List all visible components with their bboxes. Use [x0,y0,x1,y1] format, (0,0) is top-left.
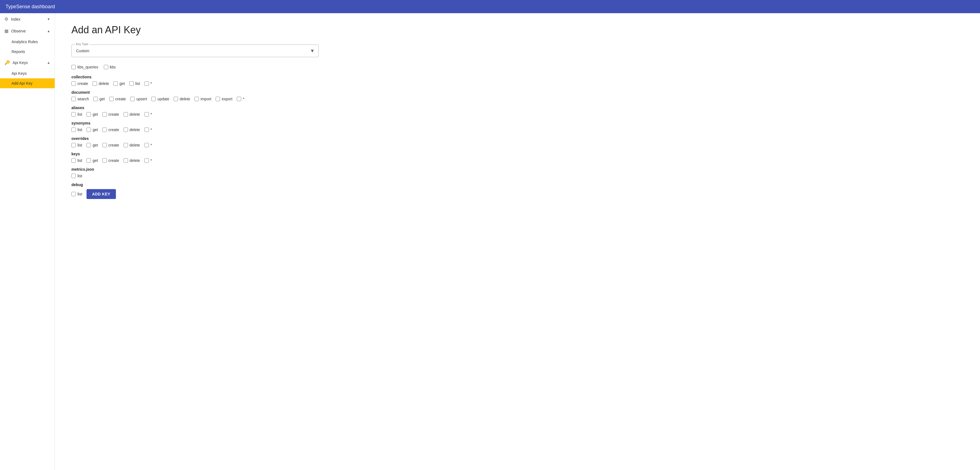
checkbox-synonyms-list[interactable]: list [72,127,82,132]
chevron-up-icon: ▲ [47,29,50,33]
checkbox-kbs-queries[interactable]: kbs_queries [72,65,98,69]
checkbox-keys-get[interactable]: get [86,158,98,163]
app-title: TypeSense dashboard [5,4,55,10]
section-title-aliases: aliases [72,105,318,110]
checkbox-aliases-list[interactable]: list [72,112,82,116]
key-type-field: Key Type Custom Admin Search-only ▼ [72,45,318,57]
checkbox-aliases-create[interactable]: create [102,112,119,116]
checkbox-aliases-wildcard[interactable]: * [145,112,152,116]
section-checkboxes-synonyms: list get create delete * [72,127,318,132]
section-checkboxes-overrides: list get create delete * [72,143,318,147]
main-content: Add an API Key Key Type Custom Admin Sea… [55,13,980,470]
section-checkboxes-document: search get create upsert update delete i… [72,97,318,101]
key-type-label: Key Type [75,42,89,46]
checkbox-keys-wildcard[interactable]: * [145,158,152,163]
sidebar-item-index[interactable]: ⚙ Index ▼ [0,13,55,25]
checkbox-overrides-list[interactable]: list [72,143,82,147]
section-debug: debug list ADD KEY [72,183,318,199]
checkbox-keys-delete[interactable]: delete [124,158,140,163]
sidebar-item-analytics-rules[interactable]: Analytics Rules [0,37,55,47]
gear-icon: ⚙ [5,16,8,22]
checkbox-synonyms-get[interactable]: get [86,127,98,132]
sidebar: ⚙ Index ▼ ▦ Observe ▲ Analytics Rules Re… [0,13,55,470]
key-type-select[interactable]: Custom Admin Search-only [72,45,318,57]
section-title-synonyms: synonyms [72,121,318,125]
checkbox-document-delete[interactable]: delete [173,97,190,101]
debug-row: list ADD KEY [72,189,318,199]
section-collections: collections create delete get list * [72,75,318,86]
sidebar-item-api-keys-list[interactable]: Api Keys [0,69,55,78]
section-title-collections: collections [72,75,318,79]
checkbox-document-update[interactable]: update [151,97,169,101]
chevron-down-icon: ▼ [47,18,50,21]
bar-chart-icon: ▦ [5,28,8,33]
section-document: document search get create upsert update… [72,90,318,101]
checkbox-collections-create[interactable]: create [72,81,88,86]
checkbox-collections-delete[interactable]: delete [92,81,109,86]
checkbox-synonyms-delete[interactable]: delete [124,127,140,132]
section-checkboxes-aliases: list get create delete * [72,112,318,116]
checkbox-document-import[interactable]: import [194,97,211,101]
checkbox-kbs-queries-input[interactable] [72,65,76,69]
checkbox-collections-list[interactable]: list [129,81,140,86]
permissions-area: kbs_queries kbs collections create delet… [72,65,318,199]
section-title-keys: keys [72,152,318,156]
page-title: Add an API Key [72,24,964,36]
section-checkboxes-metrics: list [72,174,318,178]
checkbox-debug-list[interactable]: list [72,192,82,196]
main-layout: ⚙ Index ▼ ▦ Observe ▲ Analytics Rules Re… [0,13,980,470]
checkbox-document-search[interactable]: search [72,97,89,101]
key-icon: 🔑 [5,60,10,65]
checkbox-overrides-delete[interactable]: delete [124,143,140,147]
section-synonyms: synonyms list get create delete * [72,121,318,132]
section-aliases: aliases list get create delete * [72,105,318,116]
checkbox-kbs[interactable]: kbs [104,65,116,69]
checkbox-overrides-wildcard[interactable]: * [145,143,152,147]
checkbox-document-export[interactable]: export [216,97,232,101]
section-metrics-json: metrics.json list [72,167,318,178]
sidebar-item-reports[interactable]: Reports [0,47,55,57]
checkbox-collections-wildcard[interactable]: * [145,81,152,86]
checkbox-aliases-get[interactable]: get [86,112,98,116]
checkbox-keys-create[interactable]: create [102,158,119,163]
app-header: TypeSense dashboard [0,0,980,13]
section-title-overrides: overrides [72,136,318,141]
checkbox-overrides-get[interactable]: get [86,143,98,147]
checkbox-document-get[interactable]: get [93,97,105,101]
top-checkboxes: kbs_queries kbs [72,65,318,69]
section-checkboxes-collections: create delete get list * [72,81,318,86]
checkbox-aliases-delete[interactable]: delete [124,112,140,116]
section-overrides: overrides list get create delete * [72,136,318,147]
chevron-up-icon-2: ▲ [47,61,50,65]
checkbox-synonyms-wildcard[interactable]: * [145,127,152,132]
checkbox-document-create[interactable]: create [109,97,126,101]
sidebar-item-api-keys[interactable]: 🔑 Api Keys ▲ [0,57,55,69]
checkbox-overrides-create[interactable]: create [102,143,119,147]
checkbox-kbs-input[interactable] [104,65,108,69]
sidebar-item-observe[interactable]: ▦ Observe ▲ [0,25,55,37]
section-title-metrics-json: metrics.json [72,167,318,172]
section-title-document: document [72,90,318,94]
checkbox-metrics-list[interactable]: list [72,174,82,178]
checkbox-document-upsert[interactable]: upsert [130,97,147,101]
section-checkboxes-keys: list get create delete * [72,158,318,163]
sidebar-item-add-api-key[interactable]: Add Api Key [0,78,55,88]
add-key-button[interactable]: ADD KEY [86,189,116,199]
checkbox-document-wildcard[interactable]: * [237,97,244,101]
checkbox-synonyms-create[interactable]: create [102,127,119,132]
checkbox-keys-list[interactable]: list [72,158,82,163]
section-keys: keys list get create delete * [72,152,318,163]
checkbox-collections-get[interactable]: get [113,81,125,86]
section-title-debug: debug [72,183,318,187]
